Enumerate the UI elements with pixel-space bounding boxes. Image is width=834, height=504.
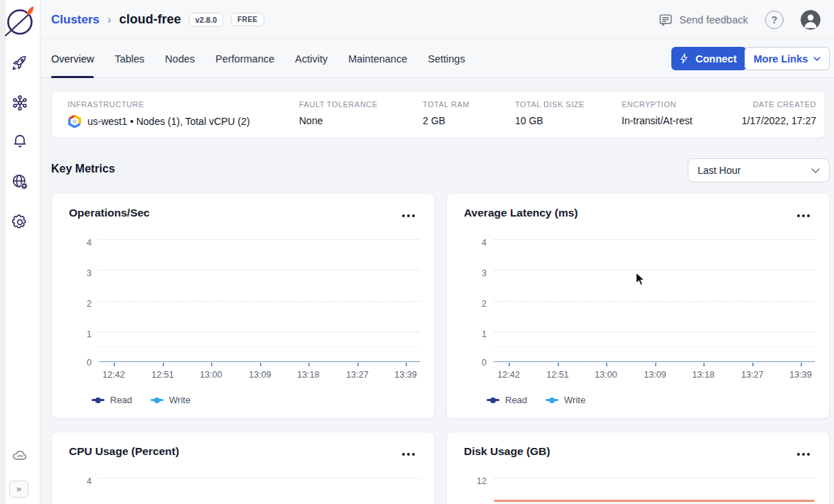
- tab-tables[interactable]: Tables: [114, 39, 144, 78]
- y-tick-label: 3: [458, 268, 487, 278]
- chart-card-average-latency: Average Latency (ms) 4 3 2 1 0 12:42 12:…: [446, 193, 830, 419]
- more-links-label: More Links: [754, 53, 808, 65]
- connect-button[interactable]: Connect: [671, 47, 747, 70]
- gridline: [494, 239, 815, 240]
- write-series-marker: [151, 399, 163, 401]
- x-tick-label: 13:09: [243, 370, 277, 380]
- avatar[interactable]: [801, 10, 821, 30]
- key-metrics-heading: Key Metrics: [51, 163, 115, 175]
- bolt-icon: [678, 53, 691, 65]
- cloud-status-icon[interactable]: [11, 447, 29, 465]
- ellipsis-menu-icon[interactable]: [796, 447, 813, 458]
- chart-card-disk-usage: Disk Usage (GB) 12: [446, 432, 830, 504]
- ellipsis-menu-icon[interactable]: [401, 208, 418, 219]
- info-value: None: [299, 115, 378, 126]
- expand-sidebar-button[interactable]: »: [9, 481, 28, 498]
- x-tick-label: 13:18: [686, 370, 720, 380]
- time-range-select[interactable]: Last Hour: [688, 158, 830, 182]
- info-label: FAULT TOLERANCE: [299, 100, 378, 109]
- y-tick-label: 12: [458, 476, 487, 486]
- legend-label: Write: [169, 395, 190, 405]
- globe-settings-icon[interactable]: [11, 172, 29, 191]
- send-feedback-button[interactable]: Send feedback: [658, 12, 748, 28]
- legend-read[interactable]: Read: [92, 395, 132, 405]
- y-tick-label: 0: [458, 358, 487, 368]
- chart-title: Operations/Sec: [69, 207, 150, 219]
- cluster-name: cloud-free: [119, 12, 181, 27]
- info-fault-tolerance: FAULT TOLERANCE None: [299, 100, 378, 126]
- x-tick-label: 13:39: [784, 370, 818, 380]
- brand-logo[interactable]: [4, 4, 36, 38]
- y-tick-label: 4: [63, 238, 92, 248]
- legend-read[interactable]: Read: [487, 395, 527, 405]
- x-tick-label: 13:09: [638, 370, 672, 380]
- left-edge-strip: [0, 0, 6, 504]
- tab-overview[interactable]: Overview: [51, 39, 94, 78]
- x-tick-label: 13:00: [194, 370, 228, 380]
- bell-icon[interactable]: [11, 132, 29, 150]
- tab-nodes[interactable]: Nodes: [165, 39, 195, 78]
- x-tick-label: 13:18: [291, 370, 325, 380]
- gridline: [494, 270, 815, 270]
- gridline: [494, 478, 815, 478]
- info-total-ram: TOTAL RAM 2 GB: [423, 100, 470, 126]
- legend-write[interactable]: Write: [546, 395, 585, 405]
- cluster-info-bar: INFRASTRUCTURE us-west1 • Nodes (1), Tot…: [51, 91, 825, 138]
- cluster-tab-bar: Overview Tables Nodes Performance Activi…: [40, 39, 834, 78]
- y-tick-label: 1: [458, 329, 487, 339]
- info-label: ENCRYPTION: [622, 100, 693, 109]
- tabs: Overview Tables Nodes Performance Activi…: [51, 39, 486, 78]
- x-tick-label: 13:39: [389, 370, 423, 380]
- feedback-bubble-icon: [658, 12, 673, 28]
- chart-legend: Read Write: [92, 395, 190, 405]
- tab-performance[interactable]: Performance: [215, 39, 274, 78]
- y-tick-label: 2: [458, 299, 487, 309]
- breadcrumb-separator-icon: ›: [107, 13, 112, 27]
- gear-icon[interactable]: [11, 213, 29, 231]
- ellipsis-menu-icon[interactable]: [401, 447, 418, 458]
- chart-title: CPU Usage (Percent): [69, 445, 179, 458]
- info-value: In-transit/At-rest: [622, 115, 693, 126]
- tab-activity[interactable]: Activity: [295, 39, 327, 78]
- x-tick-label: 12:42: [97, 370, 131, 380]
- breadcrumb-clusters-link[interactable]: Clusters: [51, 13, 99, 27]
- info-value: 2 GB: [423, 115, 470, 126]
- info-total-disk-size: TOTAL DISK SIZE 10 GB: [515, 100, 585, 126]
- info-encryption: ENCRYPTION In-transit/At-rest: [622, 100, 693, 126]
- help-button[interactable]: ?: [765, 11, 784, 29]
- x-tick-label: 12:42: [492, 370, 526, 380]
- send-feedback-label: Send feedback: [679, 14, 748, 26]
- info-value: 10 GB: [515, 115, 585, 126]
- y-tick-label: 1: [63, 329, 92, 339]
- info-label: DATE CREATED: [742, 100, 816, 109]
- legend-label: Read: [110, 395, 132, 405]
- rocket-icon[interactable]: [11, 54, 29, 72]
- plan-badge: FREE: [231, 13, 264, 26]
- read-series-marker: [487, 399, 499, 401]
- app-header: Clusters › cloud-free v2.8.0 FREE Send f…: [40, 0, 834, 39]
- x-tick-label: 13:27: [340, 370, 374, 380]
- read-series-marker: [92, 399, 104, 401]
- x-tick-label: 13:27: [735, 370, 769, 380]
- info-label: INFRASTRUCTURE: [67, 100, 250, 109]
- connect-label: Connect: [695, 53, 737, 65]
- y-tick-label: 2: [63, 299, 92, 309]
- info-label: TOTAL DISK SIZE: [515, 100, 585, 109]
- legend-write[interactable]: Write: [151, 395, 190, 405]
- version-badge: v2.8.0: [189, 13, 224, 27]
- gridline: [99, 478, 420, 478]
- time-range-value: Last Hour: [698, 165, 741, 176]
- header-actions: Send feedback ?: [658, 0, 821, 39]
- chart-legend: Read Write: [487, 395, 585, 405]
- gridline: [494, 301, 815, 302]
- sidebar: »: [0, 0, 40, 504]
- ellipsis-menu-icon[interactable]: [796, 208, 813, 219]
- info-value: us-west1 • Nodes (1), Total vCPU (2): [67, 115, 250, 128]
- cluster-network-icon[interactable]: [11, 94, 29, 112]
- overview-content: INFRASTRUCTURE us-west1 • Nodes (1), Tot…: [40, 78, 834, 504]
- tab-settings[interactable]: Settings: [428, 39, 465, 78]
- x-axis-line: [494, 361, 815, 362]
- chevron-down-icon: [813, 57, 821, 61]
- more-links-button[interactable]: More Links: [744, 47, 830, 70]
- tab-maintenance[interactable]: Maintenance: [348, 39, 407, 78]
